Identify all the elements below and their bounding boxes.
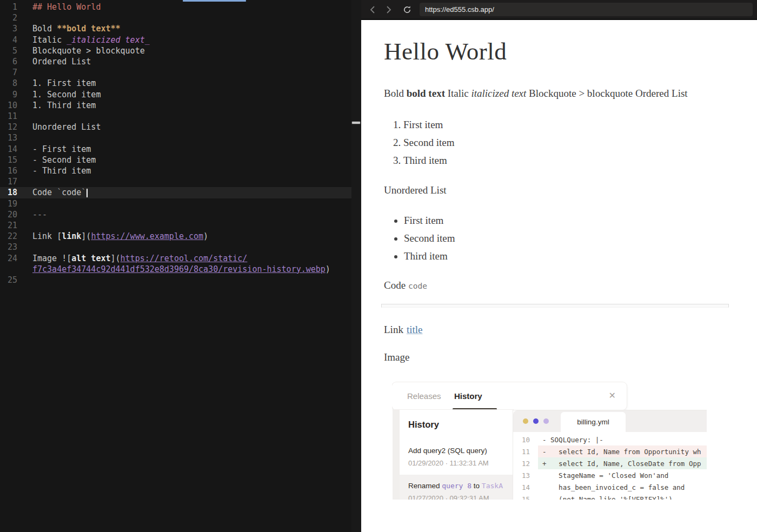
line-number: 20 <box>0 209 17 220</box>
line-number: 18 <box>0 187 17 198</box>
window-dot-yellow-icon <box>523 418 528 424</box>
url-text: https://ed555.csb.app/ <box>425 5 494 14</box>
image-history-item-selected: Renamed query 8 to TaskA01/27/2020 · 09:… <box>400 475 513 500</box>
code-line[interactable]: 101. Third item <box>0 100 351 111</box>
diff-line-number: 13 <box>513 471 538 480</box>
ordered-list: First itemSecond itemThird item <box>384 117 729 168</box>
pane-divider[interactable] <box>351 0 361 532</box>
editor-code-area[interactable]: 1## Hello World23Bold **bold text**4Ital… <box>0 2 351 285</box>
line-number: 17 <box>0 176 17 187</box>
code-line[interactable]: 81. First item <box>0 78 351 89</box>
code-line[interactable]: 2 <box>0 12 351 23</box>
diff-line-number: 14 <box>513 483 538 491</box>
markdown-code-editor[interactable]: 1## Hello World23Bold **bold text**4Ital… <box>0 0 361 532</box>
code-line[interactable]: 20--- <box>0 209 351 220</box>
image-close-icon: ✕ <box>609 390 616 401</box>
url-bar[interactable]: https://ed555.csb.app/ <box>420 3 753 16</box>
code-paragraph: Codecode <box>384 278 729 294</box>
diff-line-text: has_been_invoiced_c = false and <box>538 481 707 493</box>
title-link[interactable]: title <box>407 324 423 335</box>
line-number: 19 <box>0 198 17 209</box>
pane-resize-handle-icon[interactable] <box>351 121 361 124</box>
line-number: 21 <box>0 220 17 231</box>
code-line[interactable]: 7 <box>0 67 351 78</box>
diff-line: 15 (not Name like '%[VERIFY]%') <box>513 493 707 500</box>
line-number: 16 <box>0 165 17 176</box>
code-line[interactable]: 6Ordered List <box>0 56 351 67</box>
code-line[interactable]: 12Unordered List <box>0 122 351 132</box>
code-line[interactable]: 22Link [link](https://www.example.com) <box>0 231 351 242</box>
image-label: Image <box>384 350 729 364</box>
list-item: First item <box>404 213 729 228</box>
text-cursor <box>87 189 88 197</box>
image-tab-history: History <box>454 391 482 401</box>
diff-line-text: + select Id, Name, CloseDate from Opp <box>538 457 707 469</box>
line-number: 2 <box>0 12 17 23</box>
code-line[interactable]: 17 <box>0 176 351 187</box>
diff-line-text: - SOQLQuery: |- <box>538 434 707 445</box>
link-paragraph: Linktitle <box>384 322 729 337</box>
code-line[interactable]: 15- Second item <box>0 155 351 165</box>
refresh-icon[interactable] <box>400 3 414 17</box>
line-number: 6 <box>0 56 17 67</box>
code-line[interactable]: 24Image ![alt text](https://retool.com/s… <box>0 253 351 275</box>
code-line[interactable]: 1## Hello World <box>0 2 351 12</box>
code-line[interactable]: 16- Third item <box>0 165 351 176</box>
window-dot-indigo-icon <box>533 418 539 424</box>
image-tab-releases: Releases <box>407 391 441 401</box>
image-history-panel: History Add query2 (SQL query)01/29/2020… <box>393 410 513 500</box>
line-number: 24 <box>0 253 17 264</box>
code-line[interactable]: 13 <box>0 132 351 143</box>
back-icon[interactable] <box>366 3 380 17</box>
list-item: Third item <box>404 249 729 263</box>
image-diff-rows: 10- SOQLQuery: |-11- select Id, Name fro… <box>513 434 707 500</box>
line-number: 5 <box>0 45 17 56</box>
link-label: Link <box>384 324 403 335</box>
line-number: 11 <box>0 111 17 122</box>
code-line[interactable]: 25 <box>0 275 351 285</box>
revision-history-image: Releases History ✕ History Add query2 (S… <box>392 382 707 500</box>
forward-icon[interactable] <box>382 3 396 17</box>
image-diff-card: billing.yml 10- SOQLQuery: |-11- select … <box>513 410 707 500</box>
code-line[interactable]: 3Bold **bold text** <box>0 23 351 34</box>
diff-line: 13 StageName = 'Closed Won'and <box>513 469 707 481</box>
code-line[interactable]: 19 <box>0 198 351 209</box>
list-item: Second item <box>404 231 729 245</box>
page-title: Hello World <box>384 37 729 66</box>
diff-line-text: StageName = 'Closed Won'and <box>538 469 707 481</box>
code-line[interactable]: 23 <box>0 242 351 252</box>
line-number: 10 <box>0 100 17 111</box>
unordered-list: First itemSecond itemThird item <box>384 213 729 263</box>
browser-preview-pane: https://ed555.csb.app/ Hello World Bold … <box>361 0 757 532</box>
line-number: 1 <box>0 2 17 12</box>
diff-line-text: (not Name like '%[VERIFY]%') <box>538 493 707 500</box>
line-number: 23 <box>0 242 17 252</box>
diff-line-text: - select Id, Name from Opportunity wh <box>538 445 707 457</box>
diff-line: 14 has_been_invoiced_c = false and <box>513 481 707 493</box>
code-line[interactable]: 4Italic _italicized text_ <box>0 35 351 45</box>
diff-line: 12+ select Id, Name, CloseDate from Opp <box>513 457 707 469</box>
list-item: Second item <box>403 135 729 150</box>
diff-line: 11- select Id, Name from Opportunity wh <box>513 445 707 457</box>
list-item: First item <box>403 117 729 132</box>
code-label: Code <box>384 280 406 291</box>
line-number: 13 <box>0 132 17 143</box>
inline-code: code <box>408 282 427 290</box>
diff-line: 10- SOQLQuery: |- <box>513 434 707 445</box>
code-line[interactable]: 18Code `code` <box>0 187 351 198</box>
code-line[interactable]: 11 <box>0 111 351 122</box>
code-line[interactable]: 14- First item <box>0 144 351 155</box>
rendered-markdown-page: Hello World Bold bold text Italic italic… <box>361 21 757 532</box>
intro-paragraph: Bold bold text Italic italicized text Bl… <box>384 86 729 101</box>
line-number: 14 <box>0 144 17 155</box>
diff-line-number: 15 <box>513 495 538 500</box>
code-line[interactable]: 5Blockquote > blockquote <box>0 45 351 56</box>
line-number: 7 <box>0 67 17 78</box>
list-item: Third item <box>403 153 729 168</box>
image-tabs-card: Releases History ✕ <box>392 382 627 410</box>
code-line[interactable]: 21 <box>0 220 351 231</box>
code-line[interactable]: 91. Second item <box>0 89 351 100</box>
line-number: 4 <box>0 35 17 45</box>
image-file-tab: billing.yml <box>561 412 626 432</box>
line-number: 12 <box>0 122 17 132</box>
